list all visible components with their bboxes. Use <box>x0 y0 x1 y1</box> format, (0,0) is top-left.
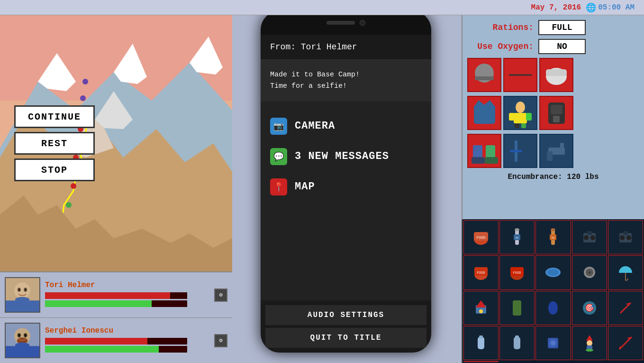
svg-point-100 <box>479 309 483 313</box>
map-menu-item[interactable]: 📍 MAP <box>261 172 431 202</box>
equip-slot-backpack[interactable] <box>539 96 573 130</box>
gear-icon-serghei[interactable]: ⚙ <box>214 334 227 347</box>
phone-body: From: Tori Helmer Made it to Base Camp!T… <box>261 11 431 353</box>
svg-point-75 <box>551 228 555 231</box>
svg-point-49 <box>516 102 525 113</box>
svg-rect-39 <box>475 76 494 80</box>
equip-slot-boots[interactable] <box>467 134 501 168</box>
svg-text:FOOD: FOOD <box>477 271 485 275</box>
equip-row-mid <box>467 96 573 130</box>
svg-point-34 <box>25 334 27 337</box>
inv-cell-5[interactable]: FOOD <box>463 255 499 289</box>
svg-rect-108 <box>479 335 483 338</box>
equip-row-bottom <box>467 134 573 168</box>
equipment-section <box>467 58 639 170</box>
inv-cell-gnome[interactable] <box>463 291 499 325</box>
equip-slot-weapon2[interactable] <box>539 134 573 168</box>
svg-rect-66 <box>547 151 553 161</box>
svg-point-10 <box>80 95 86 101</box>
rations-row: Rations: FULL <box>467 20 639 35</box>
inv-cell-11[interactable] <box>535 291 571 325</box>
oxygen-value[interactable]: NO <box>538 39 586 54</box>
phone-screen: From: Tori Helmer Made it to Base Camp!T… <box>261 35 431 300</box>
inv-cell-umbrella[interactable] <box>608 255 643 289</box>
inv-cell-2[interactable]: O2 <box>535 220 571 254</box>
inv-cell-0[interactable]: FOOD <box>463 220 499 254</box>
inv-cell-8[interactable] <box>572 255 607 289</box>
rations-value[interactable]: FULL <box>538 20 586 35</box>
camera-icon: 📷 <box>270 118 287 135</box>
equip-slot-goggles[interactable] <box>503 58 537 92</box>
equip-slot-jacket[interactable] <box>467 96 501 130</box>
equip-slot-helmet[interactable] <box>467 58 501 92</box>
date-display: May 7, 2016 <box>531 3 581 12</box>
svg-rect-52 <box>526 113 532 121</box>
rest-button[interactable]: REST <box>14 132 95 155</box>
svg-point-102 <box>548 301 558 315</box>
portrait-serghei <box>5 323 40 358</box>
svg-text:FOOD: FOOD <box>476 235 485 240</box>
message-text: Made it to Base Camp!Time for a selfie! <box>270 69 422 92</box>
svg-rect-85 <box>623 231 628 235</box>
inv-cell-6[interactable]: FOOD <box>499 255 535 289</box>
phone-camera-dot <box>360 20 365 26</box>
inv-cell-4[interactable] <box>608 220 643 254</box>
portrait-tori <box>5 277 40 313</box>
svg-point-84 <box>626 235 631 240</box>
equip-slot-mask[interactable] <box>539 58 573 92</box>
char-name-serghei: Serghei Ionescu <box>45 326 214 335</box>
svg-point-25 <box>18 289 20 291</box>
oxygen-label: Use Oxygen: <box>467 42 534 51</box>
gear-icon-tori[interactable]: ⚙ <box>214 289 227 302</box>
health-bar-tori <box>45 292 214 307</box>
svg-rect-101 <box>513 300 521 316</box>
inv-cell-10[interactable] <box>499 291 535 325</box>
inv-cell-water1[interactable] <box>463 326 499 360</box>
map-panel: CONTINUE REST STOP <box>0 15 232 271</box>
svg-point-80 <box>590 235 595 240</box>
inv-cell-3[interactable] <box>572 220 607 254</box>
camera-label: CAMERA <box>295 120 335 132</box>
equip-slot-weapon1[interactable] <box>503 134 537 168</box>
inv-cell-water2[interactable] <box>499 326 535 360</box>
inv-cell-empty[interactable] <box>463 361 499 362</box>
characters-panel: Tori Helmer ⚙ S <box>0 271 232 363</box>
svg-text:🎯: 🎯 <box>585 303 594 313</box>
audio-settings-button[interactable]: AUDIO SETTINGS <box>265 305 426 325</box>
messages-menu-item[interactable]: 💬 3 NEW MESSAGES <box>261 141 431 172</box>
equip-slot-gloves[interactable] <box>503 96 537 130</box>
inv-cell-1[interactable]: O2 <box>499 220 535 254</box>
svg-point-28 <box>15 297 29 302</box>
char-info-serghei: Serghei Ionescu <box>40 326 214 354</box>
svg-point-93 <box>547 269 559 276</box>
quit-to-title-button[interactable]: QUIT TO TITLE <box>265 328 426 348</box>
stop-button[interactable]: STOP <box>14 158 95 181</box>
svg-rect-61 <box>485 157 498 164</box>
inventory-panel: FOOD O2 O2 FOOD FOOD <box>462 219 644 363</box>
inv-cell-17[interactable] <box>608 326 643 360</box>
svg-marker-99 <box>476 300 486 307</box>
svg-point-17 <box>66 202 72 208</box>
svg-point-16 <box>71 183 76 189</box>
message-body: Made it to Base Camp!Time for a selfie! <box>261 60 431 102</box>
svg-rect-57 <box>553 116 560 122</box>
oxygen-row: Use Oxygen: NO <box>467 39 639 54</box>
map-icon: 📍 <box>270 178 287 195</box>
inv-cell-7[interactable] <box>535 255 571 289</box>
svg-point-115 <box>587 340 592 346</box>
encumbrance-label: Encumbrance: 120 lbs <box>467 173 639 181</box>
svg-rect-54 <box>521 123 526 128</box>
globe-icon: 🌐 <box>586 2 596 13</box>
svg-point-79 <box>584 235 589 240</box>
inv-cell-15[interactable] <box>535 326 571 360</box>
message-header: From: Tori Helmer <box>261 35 431 60</box>
svg-point-37 <box>15 343 29 348</box>
inv-cell-13[interactable] <box>608 291 643 325</box>
svg-rect-65 <box>560 143 564 155</box>
continue-button[interactable]: CONTINUE <box>14 105 95 128</box>
inv-cell-16[interactable] <box>572 326 607 360</box>
camera-menu-item[interactable]: 📷 CAMERA <box>261 111 431 141</box>
svg-rect-81 <box>587 231 592 235</box>
inv-cell-12[interactable]: 🎯 <box>572 291 607 325</box>
svg-rect-109 <box>514 337 520 349</box>
